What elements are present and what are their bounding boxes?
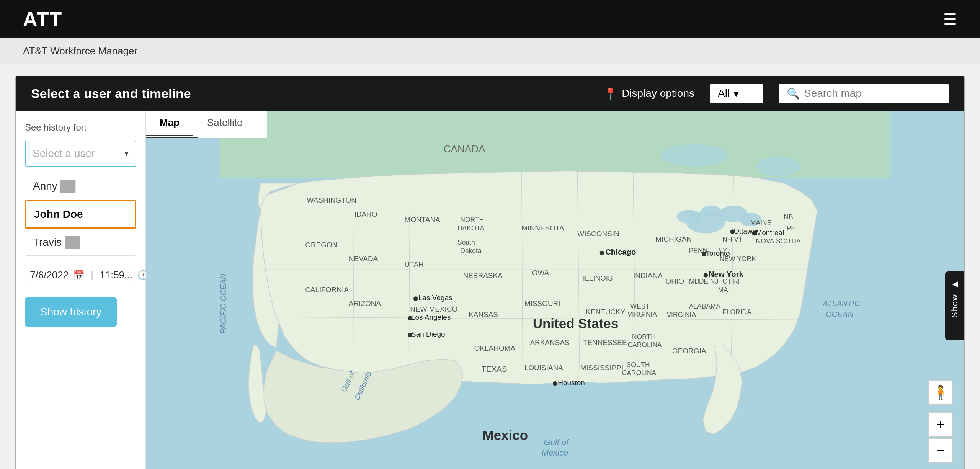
svg-point-5 (701, 206, 721, 217)
svg-text:TENNESSEE: TENNESSEE (583, 338, 627, 346)
svg-text:MA: MA (718, 286, 728, 294)
see-history-label: See history for: (25, 122, 136, 133)
svg-text:MINNESOTA: MINNESOTA (522, 224, 565, 232)
user-dropdown-list: Anny ██ John Doe Travis ██ (25, 173, 136, 256)
svg-text:United States: United States (533, 316, 618, 331)
svg-text:MAINE: MAINE (750, 219, 771, 227)
svg-text:OKLAHOMA: OKLAHOMA (474, 344, 516, 352)
list-item-selected[interactable]: John Doe (25, 200, 136, 229)
svg-text:OREGON: OREGON (305, 241, 337, 249)
svg-text:ILLINOIS: ILLINOIS (583, 274, 613, 282)
svg-text:ALABAMA: ALABAMA (689, 302, 721, 310)
show-panel-label: Show (950, 294, 960, 318)
svg-text:IDAHO: IDAHO (354, 210, 377, 218)
svg-text:MICHIGAN: MICHIGAN (655, 235, 692, 243)
svg-text:VIRGINIA: VIRGINIA (627, 310, 657, 318)
map-controls: 🧍 + − (928, 380, 953, 463)
svg-text:TEXAS: TEXAS (482, 365, 507, 373)
show-panel[interactable]: ◀ Show (945, 271, 964, 340)
svg-text:OHIO: OHIO (666, 277, 684, 285)
svg-text:LOUISIANA: LOUISIANA (524, 364, 563, 372)
svg-point-73 (600, 251, 604, 255)
svg-text:Ottawa: Ottawa (733, 227, 756, 235)
svg-text:Los Angeles: Los Angeles (411, 313, 451, 321)
svg-text:ARKANSAS: ARKANSAS (530, 338, 569, 346)
list-item[interactable]: Anny ██ (25, 173, 136, 199)
pin-icon: 📍 (604, 87, 617, 100)
tab-map[interactable]: Map (146, 111, 193, 136)
dropdown-chevron-icon: ▾ (124, 149, 129, 159)
svg-point-83 (553, 381, 557, 386)
zoom-out-button[interactable]: − (928, 438, 953, 463)
svg-text:CALIFORNIA: CALIFORNIA (305, 286, 349, 294)
svg-text:VIRGINIA: VIRGINIA (666, 311, 696, 319)
svg-text:Toronto: Toronto (706, 249, 730, 257)
svg-text:NOVA SCOTIA: NOVA SCOTIA (756, 237, 801, 245)
svg-text:CAROLINA: CAROLINA (627, 341, 662, 349)
map-area: Map Satellite (146, 111, 964, 469)
svg-text:NEVADA: NEVADA (349, 255, 378, 263)
user-name-travis: Travis ██ (33, 236, 80, 248)
svg-text:Mexico: Mexico (483, 428, 528, 443)
svg-text:PACIFIC OCEAN: PACIFIC OCEAN (219, 273, 227, 333)
datetime-row: 7/6/2022 📅 | 11:59... 🕐 (25, 265, 136, 285)
hamburger-menu-icon[interactable]: ☰ (943, 10, 957, 28)
all-filter-dropdown[interactable]: All ▾ (710, 84, 763, 103)
body-area: See history for: Select a user ▾ Anny ██… (16, 111, 964, 469)
show-history-button[interactable]: Show history (25, 297, 117, 327)
svg-text:DAKOTA: DAKOTA (457, 224, 485, 232)
us-map-svg: WASHINGTON OREGON CALIFORNIA IDAHO NEVAD… (146, 111, 964, 469)
svg-text:South: South (457, 239, 475, 246)
svg-text:MONTANA: MONTANA (405, 216, 441, 224)
svg-text:NORTH: NORTH (632, 333, 656, 341)
svg-point-89 (408, 333, 412, 337)
svg-point-7 (756, 156, 801, 176)
search-icon: 🔍 (787, 87, 800, 100)
datetime-separator: | (91, 269, 93, 281)
calendar-icon[interactable]: 📅 (73, 270, 85, 281)
svg-point-8 (661, 144, 728, 166)
svg-text:NB: NB (784, 213, 793, 221)
svg-point-87 (408, 316, 412, 320)
display-options-button[interactable]: 📍 Display options (604, 87, 694, 100)
list-item[interactable]: Travis ██ (25, 229, 136, 255)
svg-text:WASHINGTON: WASHINGTON (307, 196, 356, 204)
user-name-johndoe: John Doe (34, 208, 83, 220)
all-dropdown-value: All (718, 87, 730, 100)
svg-text:NORTH: NORTH (460, 216, 484, 224)
date-value: 7/6/2022 (30, 269, 69, 281)
svg-text:New York: New York (709, 270, 744, 278)
svg-point-85 (413, 296, 418, 301)
display-options-label: Display options (622, 87, 694, 100)
svg-text:MISSISSIPPI: MISSISSIPPI (580, 364, 624, 372)
user-name-anny: Anny ██ (33, 180, 75, 192)
sidebar: See history for: Select a user ▾ Anny ██… (16, 111, 146, 469)
search-map-input[interactable] (804, 87, 941, 100)
zoom-in-button[interactable]: + (928, 412, 953, 437)
search-map-box: 🔍 (779, 84, 949, 103)
dropdown-arrow-icon: ▾ (733, 87, 739, 100)
svg-text:OCEAN: OCEAN (826, 310, 854, 319)
user-select-dropdown[interactable]: Select a user ▾ (25, 141, 136, 167)
app-title: ATT (23, 8, 62, 31)
svg-text:Mexico: Mexico (542, 448, 568, 458)
svg-text:Gulf of: Gulf of (544, 438, 569, 447)
svg-text:CAROLINA: CAROLINA (622, 369, 657, 377)
street-view-person-icon[interactable]: 🧍 (928, 380, 953, 405)
svg-text:ATLANTIC: ATLANTIC (822, 299, 860, 307)
svg-text:ARIZONA: ARIZONA (349, 299, 381, 307)
svg-point-75 (704, 273, 708, 278)
svg-text:DE NJ: DE NJ (699, 278, 718, 285)
svg-text:FLORIDA: FLORIDA (722, 308, 751, 316)
svg-text:Montreal: Montreal (756, 229, 784, 237)
svg-text:KENTUCKY: KENTUCKY (586, 308, 625, 316)
svg-text:Dakota: Dakota (460, 247, 482, 255)
svg-text:GEORGIA: GEORGIA (672, 347, 706, 355)
svg-text:Houston: Houston (558, 379, 585, 387)
svg-point-81 (730, 229, 735, 234)
tab-satellite[interactable]: Satellite (193, 111, 256, 136)
svg-text:INDIANA: INDIANA (633, 271, 663, 279)
svg-text:MISSOURI: MISSOURI (524, 299, 560, 307)
svg-text:MD: MD (689, 278, 699, 285)
time-value: 11:59... (100, 269, 133, 281)
